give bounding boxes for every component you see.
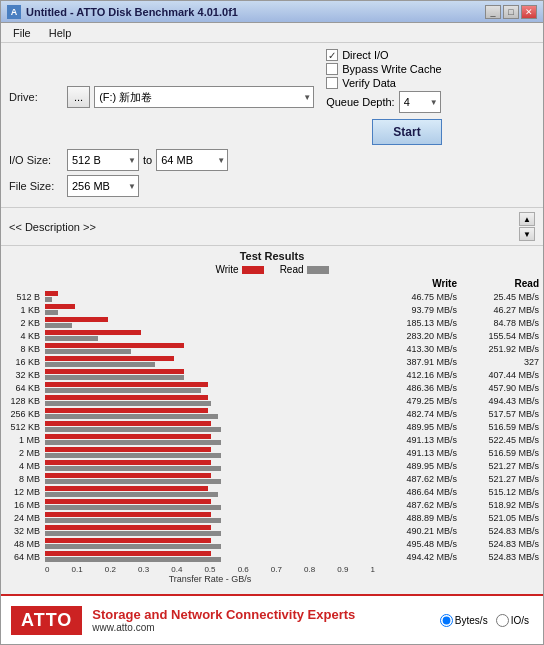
bar-write xyxy=(45,395,208,400)
menu-bar: File Help xyxy=(1,23,543,43)
bar-read xyxy=(45,544,221,549)
row-values: 93.79 MB/s46.27 MB/s xyxy=(379,305,539,315)
read-value: 521.27 MB/s xyxy=(461,474,539,484)
read-value: 524.83 MB/s xyxy=(461,526,539,536)
radio-bytes-label: Bytes/s xyxy=(455,615,488,626)
bar-area xyxy=(45,355,377,368)
bar-area xyxy=(45,342,377,355)
bar-area xyxy=(45,329,377,342)
legend-write-label: Write xyxy=(215,264,238,275)
verify-data-checkbox[interactable] xyxy=(326,77,338,89)
chart-row: 12 MB486.64 MB/s515.12 MB/s xyxy=(5,485,539,498)
row-label: 512 B xyxy=(5,292,43,302)
row-values: 283.20 MB/s155.54 MB/s xyxy=(379,331,539,341)
bar-area xyxy=(45,459,377,472)
bar-write xyxy=(45,369,184,374)
io-size-row: I/O Size: 512 B ▼ to 64 MB ▼ xyxy=(9,149,535,171)
row-values: 479.25 MB/s494.43 MB/s xyxy=(379,396,539,406)
chart-row: 48 MB495.48 MB/s524.83 MB/s xyxy=(5,537,539,550)
io-size-from-arrow: ▼ xyxy=(128,156,136,165)
x-axis-title: Transfer Rate - GB/s xyxy=(5,574,539,584)
scroll-up-btn[interactable]: ▲ xyxy=(519,212,535,226)
row-label: 48 MB xyxy=(5,539,43,549)
scroll-down-btn[interactable]: ▼ xyxy=(519,227,535,241)
x-axis-label: 1 xyxy=(371,565,375,574)
minimize-button[interactable]: _ xyxy=(485,5,501,19)
menu-help[interactable]: Help xyxy=(41,25,80,41)
bar-write xyxy=(45,421,211,426)
chart-row: 512 KB489.95 MB/s516.59 MB/s xyxy=(5,420,539,433)
read-value: 46.27 MB/s xyxy=(461,305,539,315)
bar-write xyxy=(45,343,184,348)
direct-io-checkbox[interactable] xyxy=(326,49,338,61)
legend-read-color xyxy=(307,266,329,274)
row-values: 487.62 MB/s518.92 MB/s xyxy=(379,500,539,510)
start-button[interactable]: Start xyxy=(372,119,441,145)
maximize-button[interactable]: □ xyxy=(503,5,519,19)
read-value: 84.78 MB/s xyxy=(461,318,539,328)
row-values: 482.74 MB/s517.57 MB/s xyxy=(379,409,539,419)
io-size-to-arrow: ▼ xyxy=(217,156,225,165)
file-size-row: File Size: 256 MB ▼ xyxy=(9,175,535,197)
col-headers: Write Read xyxy=(5,278,539,289)
bar-area xyxy=(45,316,377,329)
menu-file[interactable]: File xyxy=(5,25,39,41)
chart-row: 32 KB412.16 MB/s407.44 MB/s xyxy=(5,368,539,381)
chart-row: 1 KB93.79 MB/s46.27 MB/s xyxy=(5,303,539,316)
io-size-to-combo[interactable]: 64 MB ▼ xyxy=(156,149,228,171)
write-value: 46.75 MB/s xyxy=(379,292,457,302)
queue-depth-combo[interactable]: 4 ▼ xyxy=(399,91,441,113)
radio-bytes-row: Bytes/s xyxy=(440,614,488,627)
bar-read xyxy=(45,388,201,393)
drive-browse-button[interactable]: ... xyxy=(67,86,90,108)
x-axis-label: 0.4 xyxy=(171,565,182,574)
row-label: 2 KB xyxy=(5,318,43,328)
chart-container: Test Results Write Read Write Read xyxy=(1,246,543,594)
read-value: 522.45 MB/s xyxy=(461,435,539,445)
drive-label: Drive: xyxy=(9,91,63,103)
read-value: 517.57 MB/s xyxy=(461,409,539,419)
radio-group: Bytes/s IO/s xyxy=(440,614,529,627)
io-size-label: I/O Size: xyxy=(9,154,63,166)
row-values: 494.42 MB/s524.83 MB/s xyxy=(379,552,539,562)
drive-combo[interactable]: (F:) 新加卷 ▼ xyxy=(94,86,314,108)
bar-write xyxy=(45,304,75,309)
radio-ios[interactable] xyxy=(496,614,509,627)
bar-area xyxy=(45,550,377,563)
row-values: 413.30 MB/s251.92 MB/s xyxy=(379,344,539,354)
queue-depth-label: Queue Depth: xyxy=(326,96,395,108)
legend-write: Write xyxy=(215,264,263,275)
row-values: 486.64 MB/s515.12 MB/s xyxy=(379,487,539,497)
row-values: 488.89 MB/s521.05 MB/s xyxy=(379,513,539,523)
row-label: 1 KB xyxy=(5,305,43,315)
direct-io-label: Direct I/O xyxy=(342,49,388,61)
read-value: 524.83 MB/s xyxy=(461,552,539,562)
chart-row: 2 KB185.13 MB/s84.78 MB/s xyxy=(5,316,539,329)
read-value: 521.27 MB/s xyxy=(461,461,539,471)
bar-write xyxy=(45,291,58,296)
bypass-write-cache-checkbox[interactable] xyxy=(326,63,338,75)
chart-row: 128 KB479.25 MB/s494.43 MB/s xyxy=(5,394,539,407)
main-window: A Untitled - ATTO Disk Benchmark 4.01.0f… xyxy=(0,0,544,645)
bar-write xyxy=(45,408,208,413)
row-values: 495.48 MB/s524.83 MB/s xyxy=(379,539,539,549)
x-axis-label: 0.9 xyxy=(337,565,348,574)
io-size-from-combo[interactable]: 512 B ▼ xyxy=(67,149,139,171)
close-button[interactable]: ✕ xyxy=(521,5,537,19)
chart-row: 64 MB494.42 MB/s524.83 MB/s xyxy=(5,550,539,563)
chart-row: 8 KB413.30 MB/s251.92 MB/s xyxy=(5,342,539,355)
description-bar: << Description >> ▲ ▼ xyxy=(1,208,543,246)
bar-read xyxy=(45,557,221,562)
radio-bytes[interactable] xyxy=(440,614,453,627)
row-label: 4 KB xyxy=(5,331,43,341)
chart-row: 512 B46.75 MB/s25.45 MB/s xyxy=(5,290,539,303)
read-value: 515.12 MB/s xyxy=(461,487,539,497)
read-value: 327 xyxy=(461,357,539,367)
window-controls: _ □ ✕ xyxy=(485,5,537,19)
row-label: 4 MB xyxy=(5,461,43,471)
file-size-label: File Size: xyxy=(9,180,63,192)
row-values: 487.62 MB/s521.27 MB/s xyxy=(379,474,539,484)
file-size-combo[interactable]: 256 MB ▼ xyxy=(67,175,139,197)
bar-read xyxy=(45,492,218,497)
drive-row: Drive: ... (F:) 新加卷 ▼ Direct I/O Bypass … xyxy=(9,49,535,145)
